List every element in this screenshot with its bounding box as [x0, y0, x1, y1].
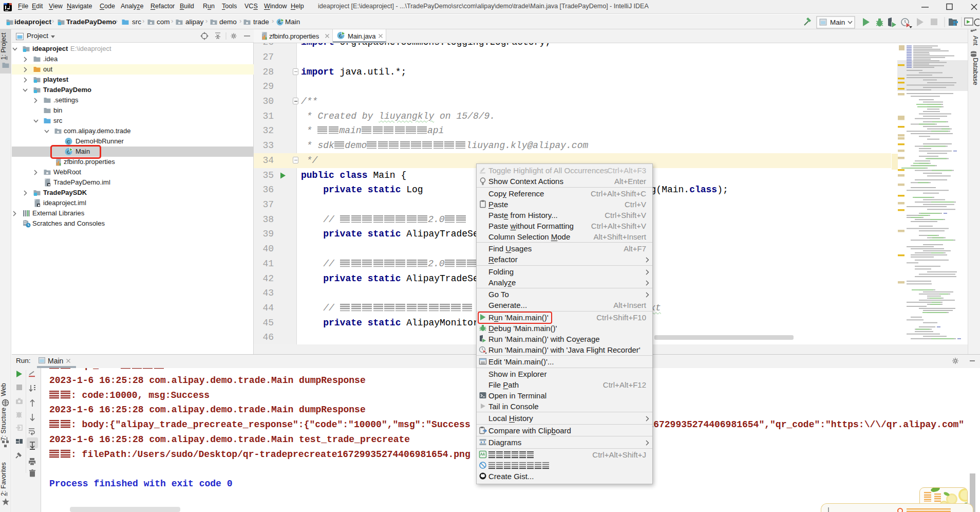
- svg-text:C: C: [67, 139, 70, 144]
- svg-text:Main: Main: [830, 19, 845, 26]
